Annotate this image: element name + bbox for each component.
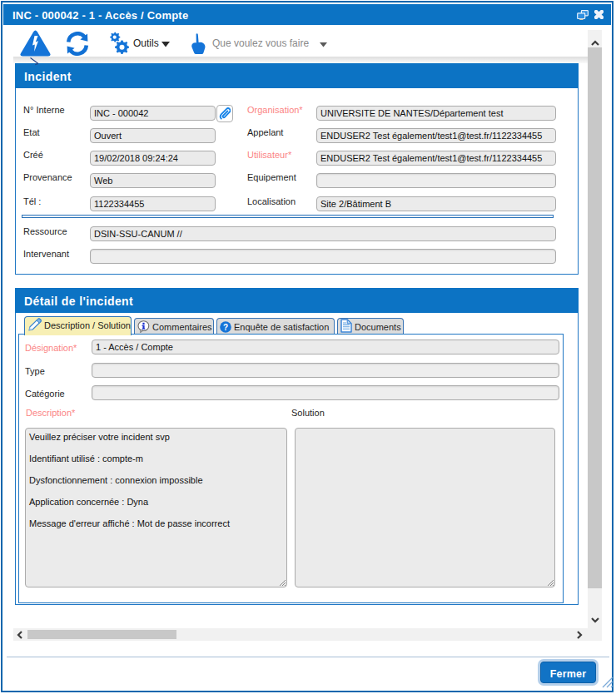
svg-text:?: ? bbox=[223, 323, 228, 332]
